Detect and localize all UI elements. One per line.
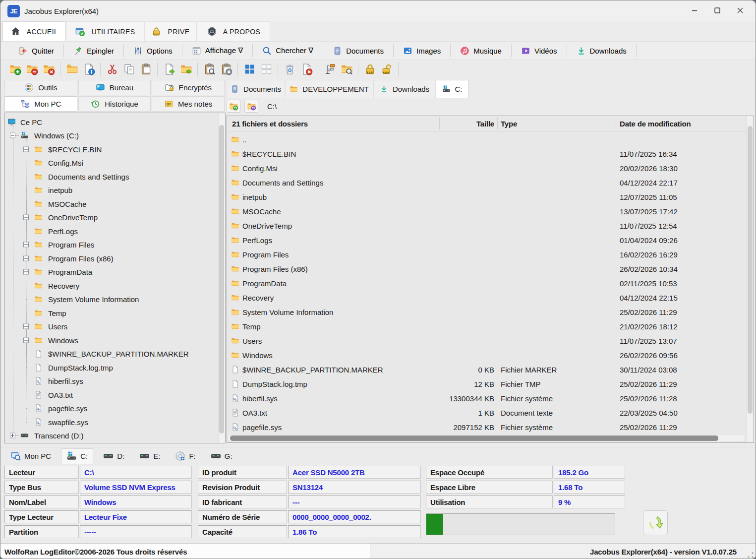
tree-item-system-volume-information[interactable]: System Volume Information bbox=[5, 293, 217, 307]
tool-cut-button[interactable] bbox=[104, 62, 120, 77]
tool-file-delete-button[interactable] bbox=[298, 62, 315, 77]
file-row-hiberfil-sys[interactable]: hiberfil.sys13300344 KBFichier système25… bbox=[227, 391, 746, 405]
tree-item-windows-c[interactable]: Windows (C:) bbox=[5, 129, 217, 143]
tool-folder-add-button[interactable] bbox=[6, 62, 23, 77]
tree-item-swapfile-sys[interactable]: swapfile.sys bbox=[5, 415, 217, 429]
tree-item-users[interactable]: Users bbox=[5, 320, 217, 334]
tree-item-windows[interactable]: Windows bbox=[5, 333, 217, 347]
tool-clipboard-search-button[interactable] bbox=[201, 62, 218, 77]
tree-item-perflogs[interactable]: PerfLogs bbox=[5, 224, 217, 238]
sidebar-tab-mes-notes[interactable]: Mes notes bbox=[152, 96, 225, 112]
content-tab-downloads[interactable]: Downloads bbox=[373, 80, 436, 98]
file-row-config-msi[interactable]: Config.Msi20/02/2026 18:30 bbox=[227, 161, 746, 175]
tool-file-info-button[interactable] bbox=[80, 62, 97, 77]
tree-expander-minus-icon[interactable] bbox=[10, 133, 15, 138]
tool-folder-remove-button[interactable] bbox=[23, 62, 40, 77]
file-list-scrollbar[interactable] bbox=[747, 116, 754, 442]
address-bar[interactable]: C:\ bbox=[227, 99, 754, 114]
tool-clipboard-clear-button[interactable] bbox=[218, 62, 234, 77]
tree-item-config-msi[interactable]: Config.Msi bbox=[5, 156, 217, 170]
tree-expander-plus-icon[interactable] bbox=[23, 269, 29, 275]
tool-grid-gray-button[interactable] bbox=[258, 62, 275, 77]
file-row-pagefile-sys[interactable]: pagefile.sys2097152 KBFichier système25/… bbox=[227, 420, 746, 434]
toolbar-button-options[interactable]: Options bbox=[128, 43, 177, 58]
minimize-button[interactable] bbox=[683, 2, 706, 18]
folder-history-forward-button[interactable] bbox=[244, 100, 258, 113]
tool-file-move-button[interactable] bbox=[161, 62, 177, 77]
ribbon-tab-utilitaires[interactable]: UTILITAIRES bbox=[66, 21, 144, 41]
tree-expander-plus-icon[interactable] bbox=[10, 433, 15, 438]
tree-item-onedrivetemp[interactable]: OneDriveTemp bbox=[5, 211, 217, 225]
ribbon-tab-prive[interactable]: PRIVE bbox=[144, 21, 197, 41]
file-row-system-volume-information[interactable]: System Volume Information25/02/2026 11:2… bbox=[227, 305, 746, 319]
tree-item-transcend-d[interactable]: Transcend (D:) bbox=[5, 429, 217, 443]
file-row-onedrivetemp[interactable]: OneDriveTemp11/07/2025 12:54 bbox=[227, 218, 746, 233]
resize-grip[interactable] bbox=[747, 552, 754, 559]
tool-copy-button[interactable] bbox=[120, 62, 137, 77]
tool-padlock-open-button[interactable] bbox=[378, 62, 395, 77]
file-list-hscrollbar[interactable] bbox=[228, 435, 745, 441]
tree-expander-plus-icon[interactable] bbox=[23, 215, 29, 220]
sidebar-tab-bureau[interactable]: Bureau bbox=[78, 80, 151, 95]
refresh-button[interactable] bbox=[643, 510, 668, 535]
toolbar-button-epingler[interactable]: Epingler bbox=[68, 43, 119, 58]
toolbar-button-affichage[interactable]: Affichage ∇ bbox=[187, 43, 248, 58]
drive-item-d[interactable]: D: bbox=[98, 449, 129, 464]
tree-item-msocache[interactable]: MSOCache bbox=[5, 197, 217, 211]
tool-tree-export-button[interactable] bbox=[321, 62, 338, 77]
tree-item-temp[interactable]: Temp bbox=[5, 306, 217, 320]
tree-item-recovery[interactable]: Recovery bbox=[5, 279, 217, 293]
close-button[interactable] bbox=[729, 2, 752, 18]
file-row-windows[interactable]: Windows26/02/2026 09:56 bbox=[227, 348, 746, 362]
toolbar-button-documents[interactable]: Documents bbox=[328, 43, 389, 58]
content-tab-developpement[interactable]: DEVELOPPEMENT bbox=[285, 80, 373, 98]
tool-paste-button[interactable] bbox=[137, 62, 154, 77]
ribbon-tab-a-propos[interactable]: A PROPOS bbox=[197, 21, 270, 41]
tree-item-dumpstack-log-tmp[interactable]: DumpStack.log.tmp bbox=[5, 361, 217, 374]
tree-item-hiberfil-sys[interactable]: hiberfil.sys bbox=[5, 374, 217, 388]
tool-folder-search-button[interactable] bbox=[338, 62, 355, 77]
maximize-button[interactable] bbox=[706, 2, 729, 18]
toolbar-button-images[interactable]: Images bbox=[398, 43, 446, 58]
file-row-oa3-txt[interactable]: OA3.txt1 KBDocument texte22/03/2025 04:5… bbox=[227, 405, 746, 420]
tree-item-program-files-x86[interactable]: Program Files (x86) bbox=[5, 251, 217, 265]
tree-item-winre-backup-partition-marker[interactable]: $WINRE_BACKUP_PARTITION.MARKER bbox=[5, 347, 217, 361]
column-header-date[interactable]: Date de modification bbox=[620, 120, 691, 128]
file-row-item[interactable]: .. bbox=[227, 132, 746, 146]
tree-item-ce-pc[interactable]: Ce PC bbox=[5, 115, 217, 129]
tool-recycle-bin-button[interactable]: ♻ bbox=[281, 62, 298, 77]
tree-item-documents-and-settings[interactable]: Documents and Settings bbox=[5, 170, 217, 184]
file-row-recycle-bin[interactable]: $RECYCLE.BIN11/07/2025 16:34 bbox=[227, 146, 746, 161]
drive-item-f[interactable]: F: bbox=[170, 449, 200, 464]
file-row-msocache[interactable]: MSOCache13/07/2025 17:42 bbox=[227, 204, 746, 218]
file-row-inetpub[interactable]: inetpub12/07/2025 11:05 bbox=[227, 189, 746, 204]
folder-history-back-button[interactable] bbox=[227, 100, 240, 113]
sidebar-tab-historique[interactable]: Historique bbox=[78, 96, 151, 112]
toolbar-button-downloads[interactable]: Downloads bbox=[572, 43, 632, 58]
file-row-dumpstack-log-tmp[interactable]: DumpStack.log.tmp12 KBFichier TMP25/02/2… bbox=[227, 376, 746, 391]
sidebar-tab-outils[interactable]: Outils bbox=[4, 80, 77, 95]
tree-item-inetpub[interactable]: inetpub bbox=[5, 184, 217, 197]
drive-item-g[interactable]: G: bbox=[206, 449, 237, 464]
file-row-recovery[interactable]: Recovery04/12/2024 22:15 bbox=[227, 290, 746, 305]
tree-item-programdata[interactable]: ProgramData bbox=[5, 265, 217, 279]
file-row-users[interactable]: Users11/07/2025 13:07 bbox=[227, 333, 746, 348]
tree-expander-plus-icon[interactable] bbox=[23, 146, 29, 152]
column-header-name[interactable]: 21 fichiers et dossiers bbox=[232, 120, 308, 128]
tree-item-pagefile-sys[interactable]: pagefile.sys bbox=[5, 402, 217, 416]
toolbar-button-chercher[interactable]: Chercher ∇ bbox=[257, 43, 318, 58]
file-row-perflogs[interactable]: PerfLogs01/04/2024 09:26 bbox=[227, 233, 746, 247]
tool-folder-delete-button[interactable] bbox=[40, 62, 57, 77]
tree-scrollbar-thumb[interactable] bbox=[219, 125, 224, 434]
tool-padlock-button[interactable] bbox=[361, 62, 378, 77]
content-tab-c[interactable]: C: bbox=[436, 80, 468, 98]
toolbar-button-musique[interactable]: Musique bbox=[455, 43, 507, 58]
file-row-temp[interactable]: Temp21/02/2026 18:12 bbox=[227, 319, 746, 333]
tree-item-program-files[interactable]: Program Files bbox=[5, 238, 217, 252]
drive-item-e[interactable]: E: bbox=[134, 449, 165, 464]
file-row-programdata[interactable]: ProgramData02/11/2025 10:53 bbox=[227, 276, 746, 290]
file-row-winre-backup-partition-marker[interactable]: $WINRE_BACKUP_PARTITION.MARKER0 KBFichie… bbox=[227, 362, 746, 376]
column-header-type[interactable]: Type bbox=[501, 120, 517, 128]
ribbon-tab-accueil[interactable]: ACCUEIL bbox=[2, 21, 66, 41]
tree-expander-plus-icon[interactable] bbox=[23, 255, 29, 261]
